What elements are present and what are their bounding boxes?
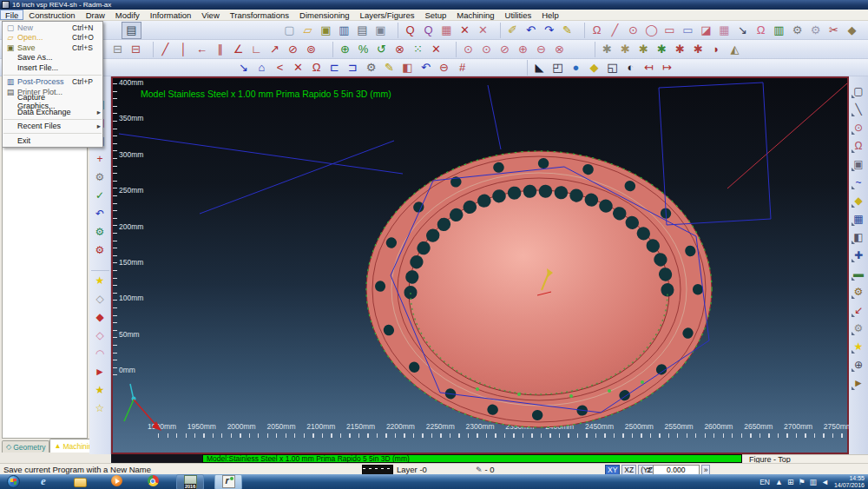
star-yellow-icon[interactable]: ★	[91, 270, 109, 289]
line-pick-icon[interactable]: ╲	[851, 100, 867, 118]
copy-icon[interactable]: ▣	[372, 23, 390, 38]
menu-save-as[interactable]: Save As...	[3, 53, 102, 63]
solid-mill-icon[interactable]: ✱	[595, 42, 616, 57]
stamp2-icon[interactable]: ◧	[398, 60, 417, 76]
new-file-icon[interactable]: ▢	[280, 23, 299, 38]
gear-delete-icon[interactable]: ⚙	[91, 241, 109, 259]
arc-3pt-icon[interactable]: ⊙	[477, 42, 496, 57]
check-red-icon[interactable]: ↙	[851, 301, 867, 319]
arc-chamfer-icon[interactable]: ⊖	[532, 42, 550, 57]
view-bulb-icon[interactable]: ◆	[585, 60, 603, 76]
surface-icon[interactable]: ◭	[726, 42, 744, 57]
taskbar-chrome[interactable]	[140, 474, 166, 488]
box-right-icon[interactable]: ⊐	[344, 60, 362, 76]
menu-insert-file[interactable]: Insert File...	[3, 63, 102, 76]
offset-icon[interactable]: #	[453, 60, 471, 76]
move-star-icon[interactable]: ✚	[851, 246, 867, 264]
menu-item[interactable]: File	[0, 10, 23, 20]
star-right-icon[interactable]: ★	[851, 337, 867, 355]
zoom-extents-icon[interactable]: ✕	[456, 23, 474, 38]
shape-icon[interactable]: ◪	[697, 23, 715, 38]
polygon-icon[interactable]: ⌂	[253, 60, 271, 76]
stamp-small-icon[interactable]: Ω	[307, 60, 326, 76]
menu-item[interactable]: Layers/Figures	[355, 10, 420, 20]
view-shade-icon[interactable]: ◐	[621, 60, 640, 76]
rounded-rect-icon[interactable]: ▭	[679, 23, 697, 38]
language-indicator[interactable]: EN	[760, 478, 770, 486]
ellipse-icon[interactable]: ◯	[642, 23, 661, 38]
chain-percent-icon[interactable]: %	[354, 42, 372, 57]
menu-item[interactable]: Draw	[81, 10, 110, 20]
circle-icon[interactable]: ⊙	[624, 23, 642, 38]
menu-item[interactable]: Modify	[110, 10, 145, 20]
taskbar-radan[interactable]	[214, 474, 242, 489]
undo-arc-icon[interactable]: ↶	[417, 60, 435, 76]
tray-flag[interactable]: ⚑	[798, 478, 805, 486]
circle-add-icon[interactable]: ⊕	[851, 355, 867, 373]
menu-item[interactable]: Information	[145, 10, 197, 20]
circle-red-icon[interactable]: ⊙	[851, 118, 867, 136]
menu-item[interactable]: Dimensioning	[294, 10, 355, 20]
pen-icon[interactable]: ✎	[558, 23, 576, 38]
redo-icon[interactable]: ↷	[540, 23, 558, 38]
bulb-icon[interactable]: ◆	[851, 191, 867, 209]
z-value-input[interactable]	[653, 465, 700, 475]
undo-blue-icon[interactable]: ↶	[91, 204, 109, 222]
menu-item[interactable]: Utilities	[500, 10, 537, 20]
line-perp-icon[interactable]: ∟	[247, 42, 266, 57]
plane-toggle[interactable]: XZ	[621, 465, 636, 475]
save-file-icon[interactable]: ▣	[317, 23, 335, 38]
part-list-icon[interactable]: ▥	[335, 23, 353, 38]
menu-exit[interactable]: Exit	[3, 135, 102, 146]
macro-icon[interactable]: ✂	[825, 23, 843, 38]
arrow-red-icon[interactable]: ►	[91, 362, 109, 380]
dish-model[interactable]	[366, 151, 712, 427]
ruler-icon[interactable]: ▬	[851, 264, 867, 282]
tray-volume[interactable]: ◄	[821, 478, 829, 486]
arc-full-icon[interactable]: ⊗	[550, 42, 569, 57]
taskbar-wmp[interactable]	[103, 474, 129, 488]
zoom-dynamic-icon[interactable]: Q	[419, 23, 437, 38]
line-angle-icon[interactable]: ∠	[229, 42, 247, 57]
curve-pink-icon[interactable]: ◠	[91, 344, 109, 362]
taskbar-ie[interactable]	[30, 474, 56, 488]
menu-new[interactable]: ▢ New Ctrl+N	[3, 23, 102, 33]
plane-toggle[interactable]: XY	[605, 465, 620, 475]
model-canvas[interactable]	[113, 78, 847, 453]
menu-open[interactable]: ▱ Open... Ctrl+O	[3, 33, 102, 43]
print-icon[interactable]: ▤	[353, 23, 372, 38]
taskbar-explorer[interactable]	[67, 474, 93, 488]
cube-select-icon[interactable]: ◧	[851, 228, 867, 246]
sketch-grid-icon[interactable]: ▦	[715, 23, 733, 38]
clamp-red-icon[interactable]: ⊟	[127, 42, 145, 57]
star-add-icon[interactable]: ☆	[91, 399, 109, 417]
plot-icon[interactable]: ▤	[122, 22, 141, 39]
menu-recent-files[interactable]: Recent Files	[3, 122, 102, 135]
line-icon[interactable]: ╱	[606, 23, 624, 38]
star-edit-icon[interactable]: ★	[91, 380, 109, 399]
open-file-icon[interactable]: ▱	[299, 23, 317, 38]
chain-list-icon[interactable]: ⁙	[409, 42, 427, 57]
gear-icon[interactable]: ⚙	[91, 168, 109, 186]
binocular-gears-icon[interactable]: ⚙	[851, 282, 867, 301]
rect-select-icon[interactable]: ▢	[851, 82, 867, 100]
tray-up-arrow[interactable]: ▲	[775, 478, 783, 486]
menu-save[interactable]: ▣ Save Ctrl+S	[3, 43, 102, 53]
diamond-gray-icon[interactable]: ◇	[91, 289, 109, 307]
menu-item[interactable]: Transformations	[225, 10, 294, 20]
hand-icon[interactable]: ►	[851, 373, 867, 392]
curve-icon[interactable]: ~	[851, 173, 867, 191]
taskbar-app-2016[interactable]: 2016	[176, 474, 204, 489]
chain-close-icon[interactable]: ✕	[427, 42, 445, 57]
more-button[interactable]: »	[701, 465, 711, 475]
diamond-red-icon[interactable]: ◆	[91, 307, 109, 326]
library-icon[interactable]: ▥	[770, 23, 788, 38]
view-iso1-icon[interactable]: ◣	[527, 60, 549, 76]
arc-tangent-icon[interactable]: ⊘	[496, 42, 514, 57]
menu-item[interactable]: Construction	[23, 10, 80, 20]
tray-action-center[interactable]: ⊞	[787, 478, 794, 486]
hand-tool-icon[interactable]: ◆	[843, 23, 861, 38]
post-red-icon[interactable]: ◗	[707, 42, 726, 57]
form-icon[interactable]: Ω	[752, 23, 770, 38]
line-vertical-icon[interactable]: │	[174, 42, 193, 57]
